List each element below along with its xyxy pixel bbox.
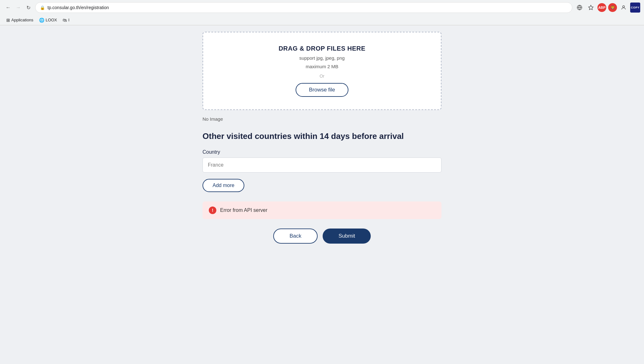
error-icon: !	[209, 207, 216, 214]
browse-file-button[interactable]: Browse file	[296, 83, 348, 97]
shopify-icon: 🛍	[63, 18, 67, 23]
bookmarks-bar: ⊞ Applications 🌐 LOOX 🛍 I	[0, 15, 644, 25]
drop-zone[interactable]: DRAG & DROP FILES HERE support jpg, jpeg…	[203, 32, 441, 110]
error-box: ! Error from API server	[203, 201, 441, 219]
page-content: DRAG & DROP FILES HERE support jpg, jpeg…	[0, 25, 644, 364]
copy-label: COPY	[631, 6, 640, 9]
drop-zone-or: Or	[319, 74, 325, 79]
svg-marker-1	[589, 5, 593, 10]
loox-icon: 🌐	[39, 18, 44, 23]
translate-extension-button[interactable]	[575, 3, 584, 12]
no-image-text: No Image	[203, 116, 441, 122]
star-button[interactable]	[586, 3, 596, 12]
drop-zone-support: support jpg, jpeg, png	[299, 55, 345, 61]
form-container: DRAG & DROP FILES HERE support jpg, jpeg…	[196, 32, 448, 244]
abp-label: ABP	[598, 6, 605, 9]
back-nav-button[interactable]: ←	[4, 3, 13, 12]
country-input[interactable]	[203, 157, 441, 173]
bookmark-loox-label: LOOX	[46, 18, 57, 22]
reload-button[interactable]: ↻	[24, 3, 33, 12]
profile-button[interactable]	[619, 3, 628, 12]
brave-extension-button[interactable]: 🦁	[608, 3, 617, 12]
copy-extension-button[interactable]: COPY	[630, 3, 640, 13]
bookmark-loox[interactable]: 🌐 LOOX	[36, 17, 59, 24]
browser-toolbar: ← → ↻ 🔒 tp.consular.go.th/en/registratio…	[0, 0, 644, 15]
toolbar-right: ABP 🦁 COPY	[575, 3, 640, 13]
brave-icon: 🦁	[610, 5, 615, 10]
add-more-button[interactable]: Add more	[203, 179, 244, 192]
abp-extension-button[interactable]: ABP	[597, 3, 606, 12]
nav-buttons: ← → ↻	[4, 3, 33, 12]
svg-point-2	[623, 6, 625, 8]
bookmark-applications[interactable]: ⊞ Applications	[4, 17, 36, 24]
drop-zone-max: maximum 2 MB	[306, 64, 338, 69]
error-message: Error from API server	[220, 207, 267, 213]
country-label: Country	[203, 149, 441, 155]
section-heading: Other visited countries within 14 days b…	[203, 131, 441, 142]
url-text: tp.consular.go.th/en/registration	[47, 5, 568, 10]
drop-zone-title: DRAG & DROP FILES HERE	[279, 45, 365, 52]
bookmark-shopify[interactable]: 🛍 I	[60, 17, 72, 24]
submit-button[interactable]: Submit	[323, 229, 371, 244]
back-button[interactable]: Back	[273, 229, 318, 244]
bottom-buttons: Back Submit	[203, 229, 441, 244]
forward-nav-button[interactable]: →	[14, 3, 23, 12]
lock-icon: 🔒	[40, 5, 45, 10]
browser-chrome: ← → ↻ 🔒 tp.consular.go.th/en/registratio…	[0, 0, 644, 25]
bookmark-applications-label: Applications	[11, 18, 33, 22]
bookmark-shopify-label: I	[68, 18, 69, 22]
apps-icon: ⊞	[6, 18, 10, 23]
address-bar[interactable]: 🔒 tp.consular.go.th/en/registration	[35, 2, 572, 13]
